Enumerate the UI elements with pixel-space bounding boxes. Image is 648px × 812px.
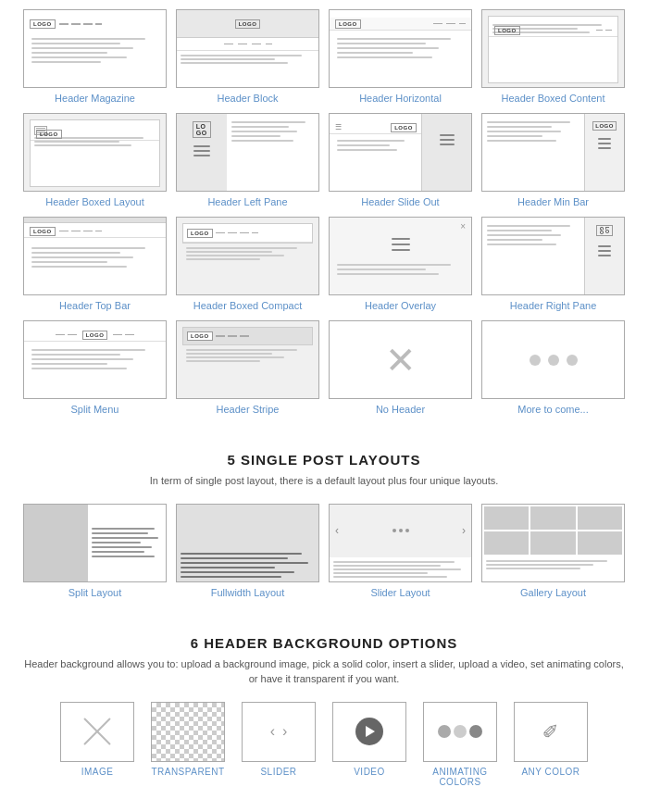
bg-preview-transparent (151, 702, 225, 762)
logo-label: LOGO (187, 331, 213, 341)
header-preview-top-bar: LOGO (23, 217, 167, 295)
header-preview-block: LOGO (176, 9, 319, 88)
header-label-stripe: Header Stripe (217, 404, 280, 415)
bg-card-image[interactable]: IMAGE (56, 702, 139, 787)
header-card-min-bar[interactable]: LOGO Header Min Bar (481, 113, 625, 207)
logo-label: LOGO (187, 229, 213, 238)
header-label-slide-out: Header Slide Out (361, 196, 439, 207)
single-post-title: 5 SINGLE POST LAYOUTS (19, 452, 629, 468)
header-card-split-menu[interactable]: LOGO Split Menu (23, 320, 167, 415)
play-triangle-icon (366, 726, 375, 737)
header-preview-stripe: LOGO (176, 320, 319, 399)
layout-card-split[interactable]: Split Layout (23, 504, 167, 598)
header-layouts-grid: LOGO Header Magazine (19, 9, 629, 415)
header-card-right-pane[interactable]: LOGO Header Right Pane (481, 217, 625, 311)
header-card-boxed-content[interactable]: LOGO Header Boxed Content (481, 9, 625, 104)
header-card-block[interactable]: LOGO Header Block (176, 9, 319, 104)
bg-card-video[interactable]: VIDEO (328, 702, 411, 787)
header-label-split-menu: Split Menu (71, 404, 119, 415)
header-preview-right-pane: LOGO (481, 217, 625, 295)
header-preview-more (481, 320, 625, 399)
split-image (24, 505, 88, 581)
header-preview-boxed-content: LOGO (481, 9, 625, 88)
layout-card-fullwidth[interactable]: Fullwidth Layout (176, 504, 319, 598)
header-preview-split-menu: LOGO (23, 320, 167, 399)
header-bg-title: 6 HEADER BACKGROUND OPTIONS (19, 635, 629, 651)
bg-preview-video (332, 702, 406, 762)
header-preview-overlay: × (329, 217, 472, 295)
bg-card-animating[interactable]: ANIMATING COLORS (418, 702, 502, 787)
nav-dashes (59, 23, 102, 25)
bg-label-transparent: TRANSPARENT (151, 767, 224, 777)
layout-card-slider[interactable]: ‹ › Slider Layout (329, 504, 472, 598)
header-card-top-bar[interactable]: LOGO Header Top Bar (23, 217, 167, 311)
header-preview-boxed-compact: LOGO (176, 217, 319, 295)
header-label-min-bar: Header Min Bar (517, 196, 589, 207)
animating-colors-icon (438, 725, 482, 738)
header-bg-subtitle: Header background allows you to: upload … (19, 656, 629, 687)
header-card-overlay[interactable]: × Header Overlay (329, 217, 472, 311)
header-label-boxed-compact: Header Boxed Compact (193, 300, 302, 311)
bg-preview-any-color: ✏ (514, 702, 588, 762)
image-x-icon (79, 713, 116, 750)
header-card-slide-out[interactable]: ☰ LOGO Header Slide Out (329, 113, 472, 207)
bg-label-any-color: ANY COLOR (521, 767, 579, 777)
header-label-magazine: Header Magazine (55, 93, 135, 104)
x-icon: ✕ (385, 342, 417, 379)
logo-label: LOGO (335, 19, 361, 29)
layout-label-split: Split Layout (69, 587, 121, 598)
bg-card-any-color[interactable]: ✏ ANY COLOR (509, 702, 592, 787)
header-label-boxed-layout: Header Boxed Layout (45, 196, 143, 207)
header-card-no-header[interactable]: ✕ No Header (329, 320, 472, 415)
split-text (88, 505, 166, 581)
bg-preview-animating (423, 702, 497, 762)
bg-card-transparent[interactable]: TRANSPARENT (146, 702, 230, 787)
header-card-boxed-compact[interactable]: LOGO Header Boxed Compact (176, 217, 319, 311)
layout-preview-slider: ‹ › (329, 504, 472, 582)
header-label-horizontal: Header Horizontal (359, 93, 442, 104)
header-card-horizontal[interactable]: LOGO Header Horizontal (329, 9, 472, 104)
bg-preview-slider: ‹ › (242, 702, 316, 762)
header-label-top-bar: Header Top Bar (59, 300, 131, 311)
header-label-boxed-content: Header Boxed Content (502, 93, 605, 104)
logo-label: LOGO (30, 227, 56, 236)
header-label-more: More to come... (517, 404, 588, 415)
header-card-more[interactable]: More to come... (481, 320, 625, 415)
logo-label: LOGO (36, 130, 62, 139)
play-button-icon (355, 718, 383, 745)
header-card-left-pane[interactable]: LOGO Header Left Pane (176, 113, 319, 207)
header-preview-left-pane: LOGO (176, 113, 319, 192)
single-post-grid: Split Layout Fullwidth Layout ‹ (19, 504, 629, 598)
single-post-subtitle: In term of single post layout, there is … (19, 473, 629, 489)
paintbrush-icon: ✏ (536, 717, 565, 745)
bg-label-video: VIDEO (354, 767, 385, 777)
layout-label-gallery: Gallery Layout (520, 587, 586, 598)
checkerboard-icon (152, 703, 224, 761)
layout-preview-fullwidth (176, 504, 319, 582)
logo-label: LOGO (193, 121, 211, 138)
layout-label-fullwidth: Fullwidth Layout (211, 587, 285, 598)
header-preview-magazine: LOGO (23, 9, 167, 88)
header-card-boxed-layout[interactable]: LOGO (23, 113, 167, 207)
layout-preview-split (23, 504, 167, 582)
header-label-overlay: Header Overlay (365, 300, 436, 311)
header-label-right-pane: Header Right Pane (510, 300, 597, 311)
header-label-block: Header Block (217, 93, 278, 104)
logo-label: LOGO (30, 19, 56, 29)
bg-label-slider: SLIDER (260, 767, 296, 777)
logo-label: LOGO (82, 331, 108, 340)
header-label-no-header: No Header (376, 404, 425, 415)
more-dots (530, 355, 578, 366)
bg-preview-image (60, 702, 134, 762)
logo-label: LOGO (494, 26, 520, 35)
logo-label: LOGO (235, 19, 261, 29)
header-card-stripe[interactable]: LOGO Header Stripe (176, 320, 319, 415)
bg-card-slider[interactable]: ‹ › SLIDER (237, 702, 320, 787)
header-label-left-pane: Header Left Pane (207, 196, 287, 207)
layout-card-gallery[interactable]: Gallery Layout (481, 504, 625, 598)
layout-label-slider: Slider Layout (370, 587, 430, 598)
layout-preview-gallery (481, 504, 625, 582)
header-card-magazine[interactable]: LOGO Header Magazine (23, 9, 167, 104)
bg-label-image: IMAGE (81, 767, 114, 777)
logo-label: LOGO (391, 123, 417, 132)
